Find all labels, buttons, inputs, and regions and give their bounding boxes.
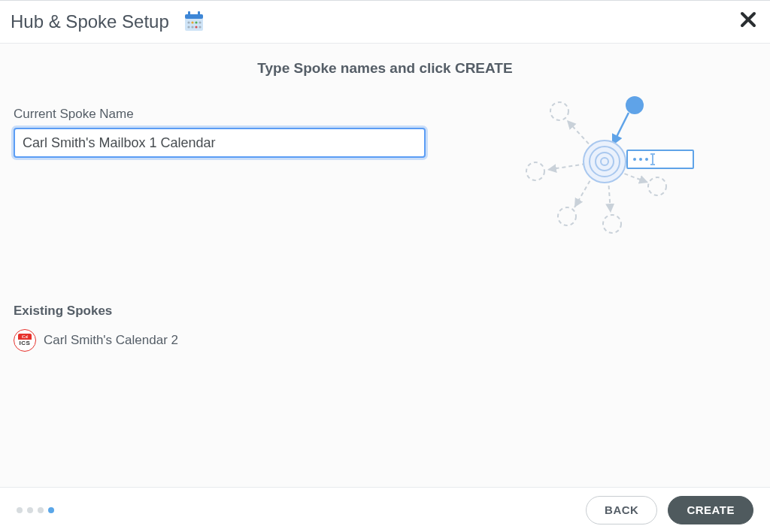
svg-point-6 [195, 21, 197, 23]
svg-point-14 [550, 102, 568, 120]
svg-point-15 [526, 162, 544, 180]
hub-spoke-diagram [522, 89, 702, 239]
ics-icon-label: ICS [20, 340, 31, 347]
svg-rect-3 [198, 11, 200, 16]
progress-dot [17, 507, 23, 513]
close-icon [740, 11, 756, 31]
progress-dot [38, 507, 44, 513]
svg-point-10 [195, 26, 197, 28]
modal-header: Hub & Spoke Setup [0, 0, 770, 44]
svg-rect-30 [627, 150, 693, 168]
svg-point-33 [645, 158, 648, 161]
svg-point-5 [191, 21, 193, 23]
existing-spokes-title: Existing Spokes [14, 304, 756, 319]
modal-body: Type Spoke names and click CREATE Curren… [0, 44, 770, 487]
calendar-icon [178, 6, 210, 38]
svg-point-32 [639, 158, 642, 161]
svg-line-21 [547, 164, 586, 170]
svg-line-22 [574, 175, 593, 207]
svg-line-23 [608, 179, 611, 213]
svg-point-19 [626, 96, 644, 114]
ics-icon: iCal ICS [14, 329, 36, 352]
progress-dot-active [48, 507, 54, 513]
current-spoke-field-group: Current Spoke Name [14, 107, 426, 158]
modal-subheading: Type Spoke names and click CREATE [14, 60, 756, 77]
svg-rect-1 [185, 14, 203, 19]
back-button[interactable]: BACK [586, 496, 657, 524]
svg-rect-2 [188, 11, 190, 16]
progress-dots [17, 507, 54, 513]
modal-footer: BACK CREATE [0, 487, 770, 532]
current-spoke-label: Current Spoke Name [14, 107, 426, 122]
existing-spoke-name: Carl Smith's Calendar 2 [44, 333, 178, 348]
svg-point-16 [558, 207, 576, 225]
svg-point-7 [199, 21, 201, 23]
svg-point-9 [191, 26, 193, 28]
svg-point-11 [199, 26, 201, 28]
existing-spokes-section: Existing Spokes iCal ICS Carl Smith's Ca… [14, 304, 756, 352]
svg-point-4 [187, 21, 189, 23]
svg-point-8 [187, 26, 189, 28]
modal-title: Hub & Spoke Setup [11, 11, 169, 32]
progress-dot [27, 507, 33, 513]
svg-point-31 [633, 158, 636, 161]
existing-spoke-row: iCal ICS Carl Smith's Calendar 2 [14, 329, 756, 352]
svg-line-25 [612, 113, 629, 146]
svg-point-17 [603, 215, 621, 233]
svg-point-18 [648, 177, 666, 195]
create-button[interactable]: CREATE [668, 496, 753, 524]
current-spoke-input[interactable] [14, 128, 426, 158]
close-button[interactable] [737, 10, 759, 32]
svg-line-20 [567, 120, 593, 149]
